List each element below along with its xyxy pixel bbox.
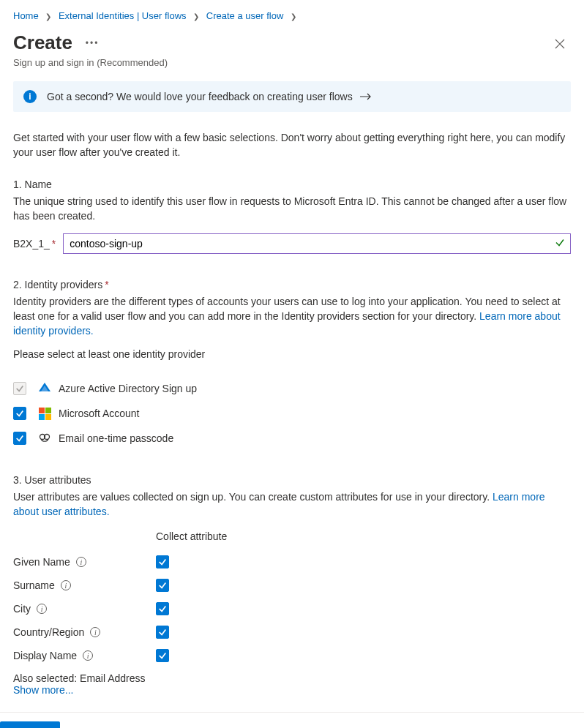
idp-hint-text: Please select at least one identity prov… (13, 348, 571, 360)
attr-checkbox[interactable] (156, 602, 169, 615)
idp-row: Microsoft Account (13, 407, 571, 420)
flow-name-input[interactable] (63, 233, 571, 254)
attr-checkbox[interactable] (156, 626, 169, 639)
info-icon[interactable]: i (90, 627, 100, 637)
attr-label: Display Name (13, 650, 77, 661)
section-idp-title: 2. Identity providers* (13, 279, 571, 290)
breadcrumb-link[interactable]: External Identities | User flows (59, 10, 187, 21)
section-attr-title: 3. User attributes (13, 474, 571, 486)
attr-label: Given Name (13, 556, 70, 568)
breadcrumb-link[interactable]: Home (13, 10, 39, 21)
chevron-right-icon: ❯ (291, 12, 296, 20)
info-icon[interactable]: i (61, 580, 71, 590)
attr-row: Given Namei (13, 555, 571, 568)
info-icon[interactable]: i (83, 650, 93, 661)
breadcrumb: Home ❯ External Identities | User flows … (13, 0, 571, 29)
more-actions-icon[interactable]: ••• (86, 38, 100, 48)
required-marker: * (105, 279, 108, 290)
attr-label: City (13, 603, 31, 615)
section-name-title: 1. Name (13, 179, 571, 190)
feedback-banner[interactable]: i Got a second? We would love your feedb… (13, 81, 571, 112)
feedback-text: Got a second? We would love your feedbac… (47, 91, 353, 102)
info-icon: i (23, 90, 37, 103)
show-more-link[interactable]: Show more... (13, 684, 571, 696)
attr-row: Country/Regioni (13, 626, 571, 639)
idp-label: Microsoft Account (59, 408, 140, 419)
attr-row: Cityi (13, 602, 571, 615)
idp-checkbox[interactable] (13, 432, 26, 445)
idp-row: Azure Active Directory Sign up (13, 382, 571, 395)
otp-icon (38, 432, 51, 445)
chevron-right-icon: ❯ (45, 12, 51, 20)
checkmark-icon (555, 238, 565, 250)
idp-row: Email one-time passcode (13, 432, 571, 445)
required-marker: * (52, 238, 56, 249)
aad-icon (38, 382, 51, 395)
idp-label: Email one-time passcode (59, 432, 173, 444)
page-title: Create (13, 31, 72, 54)
name-prefix-label: B2X_1_* (13, 238, 56, 249)
attr-checkbox[interactable] (156, 555, 169, 568)
arrow-right-icon (360, 91, 372, 102)
idp-label: Azure Active Directory Sign up (59, 383, 197, 394)
breadcrumb-link[interactable]: Create a user flow (206, 10, 284, 21)
attr-checkbox[interactable] (156, 649, 169, 662)
page-subtitle: Sign up and sign in (Recommended) (13, 57, 168, 68)
close-button[interactable] (549, 33, 571, 56)
attr-row: Display Namei (13, 649, 571, 662)
footer-bar: Create (0, 712, 584, 728)
create-button[interactable]: Create (0, 721, 60, 728)
attr-label: Surname (13, 579, 55, 591)
close-icon (555, 39, 565, 49)
attr-label: Country/Region (13, 626, 84, 638)
section-attr-desc: User attributes are values collected on … (13, 490, 571, 519)
attr-row: Surnamei (13, 579, 571, 592)
chevron-right-icon: ❯ (193, 12, 199, 20)
info-icon[interactable]: i (76, 557, 86, 567)
ms-icon (38, 408, 51, 420)
idp-checkbox[interactable] (13, 407, 26, 420)
also-selected-text: Also selected: Email Address (13, 672, 571, 684)
section-idp-desc: Identity providers are the different typ… (13, 295, 571, 338)
info-icon[interactable]: i (37, 604, 47, 614)
attr-column-header: Collect attribute (156, 530, 227, 542)
attr-checkbox[interactable] (156, 579, 169, 592)
idp-checkbox (13, 382, 26, 395)
section-name-desc: The unique string used to identify this … (13, 195, 571, 223)
intro-text: Get started with your user flow with a f… (13, 131, 571, 160)
